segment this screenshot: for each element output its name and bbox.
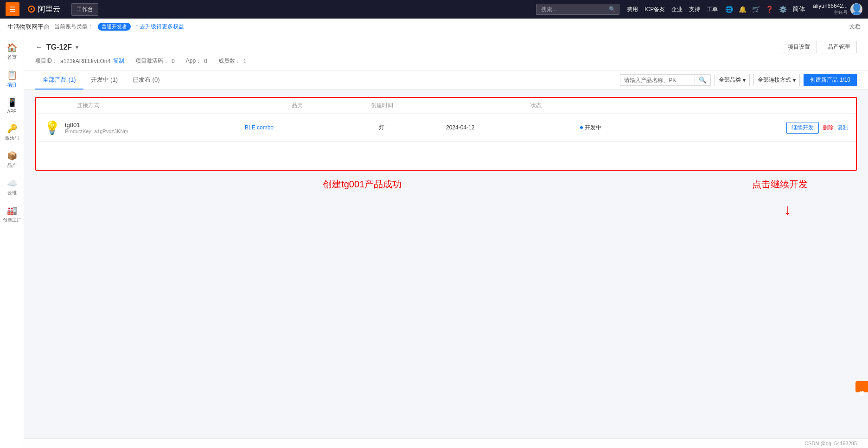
back-button[interactable]: ← (35, 43, 43, 51)
nav-link-icp[interactable]: ICP备案 (645, 6, 665, 13)
delete-button[interactable]: 删除 (823, 122, 834, 134)
annotation-left-text: 创建tg001产品成功 (323, 178, 402, 191)
project-id-value: a123kAR83JrvLOn4 (60, 58, 110, 64)
col-label-product: 连接方式 (44, 102, 99, 109)
bell-icon[interactable]: 🔔 (739, 6, 747, 13)
sidebar-label-cloud: 云维 (7, 190, 17, 196)
tab-published[interactable]: 已发布 (0) (125, 71, 167, 90)
app-label: App： (186, 57, 201, 65)
sidebar-item-cloud[interactable]: ☁️ 云维 (1, 174, 23, 200)
product-management-button[interactable]: 品产管理 (821, 41, 857, 53)
sidebar-item-home[interactable]: 🏠 首页 (1, 39, 23, 64)
app-item: App： 0 (186, 57, 207, 65)
status-value: 开发中 (585, 124, 601, 132)
continue-develop-button[interactable]: 继续开发 (786, 122, 819, 134)
header-created: 创建时间 (371, 102, 530, 109)
nav-search-input[interactable] (536, 4, 619, 15)
category-select[interactable]: 全部品类 ▾ (715, 74, 750, 86)
create-product-button[interactable]: 创建新产品 1/10 (804, 74, 857, 86)
status-cell: 开发中 (580, 124, 714, 132)
upgrade-link[interactable]: ↑ 去升级得更多权益 (135, 23, 184, 31)
nav-link-support[interactable]: 支持 (689, 6, 700, 13)
category-value: 灯 (379, 124, 384, 131)
col-label-type: 品类 (292, 102, 303, 109)
members-value: 1 (243, 58, 247, 64)
doc-link[interactable]: 文档 (849, 23, 861, 31)
project-settings-button[interactable]: 项目设置 (781, 41, 817, 53)
top-navbar: ☰ ⊙ 阿里云 工作台 🔍 费用 ICP备案 企业 支持 工单 🌐 🔔 🛒 ❓ … (0, 0, 868, 19)
product-name: tg001 (65, 122, 128, 128)
menu-icon: ☰ (9, 5, 16, 14)
action-buttons: 继续开发 删除 复制 (715, 122, 849, 134)
workspace-button[interactable]: 工作台 (71, 3, 98, 16)
empty-row (36, 142, 856, 170)
project-header: ← TG-12F ▾ 项目设置 品产管理 项目ID： a123kAR83JrvL… (24, 35, 868, 71)
account-type-label: 当前账号类型： (54, 23, 93, 31)
settings-icon[interactable]: ⚙️ (779, 6, 787, 13)
activation-label: 项目激活码： (135, 57, 169, 65)
product-search-input[interactable] (620, 75, 695, 85)
sub-header: 生活物联网平台 当前账号类型： 普通开发者 ↑ 去升级得更多权益 文档 (0, 19, 868, 35)
category-dropdown-icon: ▾ (743, 77, 746, 83)
members-label: 成员数： (218, 57, 241, 65)
connect-value: BLE combo (245, 124, 274, 131)
search-icon: 🔍 (609, 6, 616, 13)
sidebar-item-activation[interactable]: 🔑 激活码 (1, 120, 23, 145)
header-product: 连接方式 (44, 102, 282, 109)
project-meta: 项目ID： a123kAR83JrvLOn4 复制 项目激活码： 0 App： … (35, 57, 857, 65)
app-icon: 📱 (7, 97, 17, 108)
sidebar-label-app: APP (7, 109, 16, 114)
menu-button[interactable]: ☰ (6, 2, 19, 16)
translate-icon[interactable]: 简体 (792, 5, 805, 13)
cart-icon[interactable]: 🛒 (752, 6, 760, 13)
logo: ⊙ 阿里云 (27, 3, 64, 15)
copy-product-button[interactable]: 复制 (837, 122, 849, 134)
sidebar-label-product: 品产 (7, 162, 17, 169)
product-info-cell: 💡 tg001 ProductKey: a1gPvqz3KNm (44, 119, 245, 136)
copy-id-button[interactable]: 复制 (113, 57, 124, 65)
project-dropdown-icon[interactable]: ▾ (76, 44, 78, 51)
project-actions: 项目设置 品产管理 (781, 41, 857, 53)
csdn-label: CSDN @qq_54193285 (804, 441, 857, 446)
logo-text: 阿里云 (38, 5, 60, 14)
logo-icon: ⊙ (27, 3, 35, 15)
search-wrap: 🔍 (536, 4, 619, 15)
factory-icon: 🏭 (7, 205, 17, 216)
product-icon-bulb: 💡 (44, 119, 60, 136)
nav-icons: 🌐 🔔 🛒 ❓ ⚙️ 简体 (725, 5, 805, 13)
product-search-button[interactable]: 🔍 (695, 75, 710, 85)
project-name: TG-12F (46, 43, 72, 51)
connect-method-select[interactable]: 全部连接方式 ▾ (753, 74, 800, 86)
activation-icon: 🔑 (7, 123, 17, 134)
help-icon[interactable]: ❓ (766, 6, 773, 13)
nav-user[interactable]: aliyun66642... 主账号 👤 (813, 3, 862, 16)
col-label-created: 创建时间 (371, 102, 393, 109)
platform-title: 生活物联网平台 (7, 23, 50, 31)
avatar: 👤 (850, 3, 862, 15)
action-cell: 继续开发 删除 复制 (715, 122, 849, 134)
annotation-arrow: ↓ (784, 201, 791, 218)
sidebar-item-project[interactable]: 📋 项目 (1, 66, 23, 92)
username: aliyun66642... (813, 3, 848, 9)
tab-all-products[interactable]: 全部产品 (1) (35, 71, 83, 90)
created-time-value: 2024-04-12 (446, 124, 474, 131)
table-row: 💡 tg001 ProductKey: a1gPvqz3KNm BLE comb… (36, 114, 856, 142)
user-info: aliyun66642... 主账号 (813, 3, 848, 16)
product-key: ProductKey: a1gPvqz3KNm (65, 128, 128, 134)
sidebar-item-product[interactable]: 📦 品产 (1, 147, 23, 173)
sidebar-item-app[interactable]: 📱 APP (1, 94, 23, 118)
nav-link-enterprise[interactable]: 企业 (671, 6, 683, 13)
main-layout: 🏠 首页 📋 项目 📱 APP 🔑 激活码 📦 品产 ☁️ 云维 🏭 创新工厂 (0, 35, 868, 448)
header-type: 品类 (292, 102, 371, 109)
sidebar-item-factory[interactable]: 🏭 创新工厂 (1, 202, 23, 227)
tab-in-development[interactable]: 开发中 (1) (83, 71, 126, 90)
connect-dropdown-icon: ▾ (793, 77, 796, 83)
connect-method-cell: BLE combo (245, 124, 379, 131)
activation-value: 0 (172, 58, 175, 64)
nav-link-ticket[interactable]: 工单 (707, 6, 718, 13)
activation-item: 项目激活码： 0 (135, 57, 175, 65)
nav-links: 费用 ICP备案 企业 支持 工单 (627, 6, 718, 13)
nav-link-fee[interactable]: 费用 (627, 6, 638, 13)
feedback-button[interactable]: 评价反馈 (855, 381, 868, 392)
globe-icon[interactable]: 🌐 (725, 6, 733, 13)
